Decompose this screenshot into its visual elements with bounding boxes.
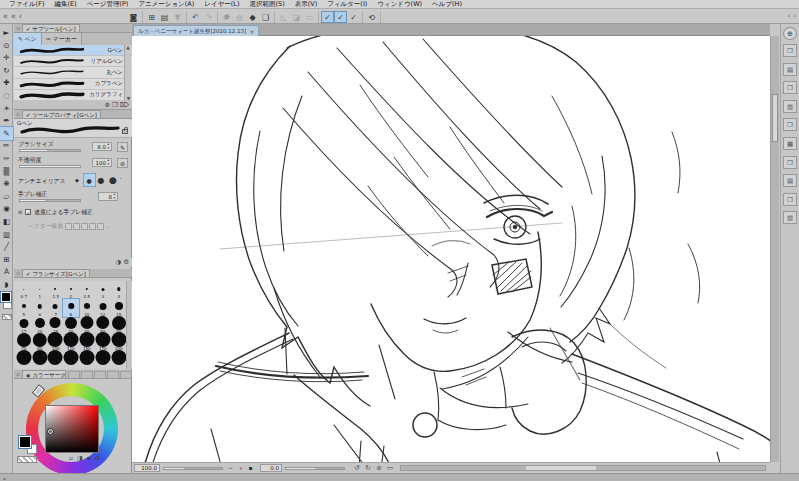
antialias-option-1[interactable]: ● bbox=[84, 174, 95, 186]
transparent-color-swatch[interactable] bbox=[17, 456, 37, 463]
menu-item-4[interactable]: レイヤー(L) bbox=[199, 0, 244, 9]
invert-selection-icon[interactable]: ◆ bbox=[246, 11, 259, 23]
brush-size-cell-row4col1[interactable] bbox=[32, 352, 48, 369]
panel-menu-icon[interactable]: ▫ bbox=[14, 370, 22, 378]
new-file-icon[interactable]: ⊞ bbox=[145, 11, 158, 23]
antialias-option-0[interactable]: ◆ bbox=[72, 174, 83, 186]
tab-tool-property[interactable]: ✐ツールプロパティ[Gペン] bbox=[22, 110, 101, 118]
tab-color-circle[interactable]: ◉カラーサークル bbox=[22, 370, 66, 378]
zoom-out-button[interactable]: − bbox=[226, 464, 235, 472]
tool-blend-icon[interactable]: ◉ bbox=[0, 202, 13, 215]
tool-selection-icon[interactable]: ◌ bbox=[0, 89, 13, 102]
zoom-in-button[interactable]: ＋ bbox=[236, 464, 245, 472]
tool-eyedropper-icon[interactable]: ✒ bbox=[0, 114, 13, 127]
overflow-chevron-icon[interactable]: « bbox=[11, 12, 16, 21]
snap-ruler-icon[interactable]: ✓ bbox=[321, 11, 334, 23]
brush-size-cell-row4col5[interactable] bbox=[95, 352, 111, 369]
panel-menu-icon[interactable]: ▫ bbox=[14, 24, 22, 32]
brush-size-cell-7[interactable]: 7 bbox=[48, 299, 64, 316]
command-bar-overflow[interactable]: ««‹ bbox=[0, 12, 30, 21]
canvas-vertical-scrollbar[interactable] bbox=[770, 36, 779, 462]
rotation-slider[interactable] bbox=[285, 467, 345, 470]
subtool-item-丸ペン[interactable]: 丸ペン bbox=[14, 67, 132, 78]
tab-brush-size[interactable]: ✐ブラシサイズ[Gペン] bbox=[22, 269, 90, 277]
tab-subtool[interactable]: ✐サブツール[ペン] bbox=[22, 24, 80, 32]
menu-item-9[interactable]: ヘルプ(H) bbox=[427, 0, 467, 9]
menu-item-1[interactable]: 編集(E) bbox=[49, 0, 81, 9]
transparent-color-swatch[interactable] bbox=[2, 314, 12, 320]
brush-size-cell-0.7[interactable]: 0.7 bbox=[16, 282, 32, 299]
tool-pen-icon[interactable]: ✎ bbox=[0, 127, 13, 140]
brush-size-cell-10[interactable]: 10 bbox=[79, 299, 95, 316]
special-ruler-icon[interactable]: ◪ bbox=[290, 11, 303, 23]
canvas-area[interactable] bbox=[132, 36, 770, 462]
opacity-dynamics-button[interactable]: ⊘ bbox=[117, 158, 128, 168]
brush-size-cell-row4col6[interactable] bbox=[111, 352, 127, 369]
brush-size-dynamics-button[interactable]: ✎ bbox=[117, 142, 128, 152]
dock-search-button[interactable]: ⊕ bbox=[783, 27, 797, 40]
overflow-chevron-icon[interactable]: « bbox=[3, 12, 8, 21]
reselect-icon[interactable]: ◍ bbox=[233, 11, 246, 23]
tool-airbrush-icon[interactable]: ▒ bbox=[0, 165, 13, 178]
workspace-icon[interactable]: ◙ bbox=[127, 11, 140, 23]
inactive-palette-tab[interactable] bbox=[120, 371, 132, 378]
brush-size-cell-3[interactable]: 3 bbox=[95, 282, 111, 299]
tool-text-icon[interactable]: A bbox=[0, 265, 13, 278]
rotate-cw-icon[interactable]: ↻ bbox=[363, 464, 373, 472]
brush-size-cell-6[interactable]: 6 bbox=[32, 299, 48, 316]
zoom-value[interactable]: 100.0 bbox=[134, 464, 160, 472]
rotation-value[interactable]: 0.0 bbox=[260, 464, 282, 472]
tool-zoom-icon[interactable]: ⊙ bbox=[0, 39, 13, 52]
dock-panel-button-6[interactable]: ▦ bbox=[783, 137, 797, 150]
tool-gradient-icon[interactable]: ▥ bbox=[0, 228, 13, 241]
delete-subtool-icon[interactable]: ⌦ bbox=[120, 101, 129, 110]
tool-pencil-icon[interactable]: ✏ bbox=[0, 139, 13, 152]
snap-special-ruler-icon[interactable]: ✓ bbox=[334, 11, 347, 23]
menu-item-0[interactable]: ファイル(F) bbox=[4, 0, 49, 9]
dock-chevron-icon[interactable]: › bbox=[793, 12, 796, 20]
redo-icon[interactable]: ↷ bbox=[202, 11, 215, 23]
brush-size-cell-17[interactable]: 17 bbox=[16, 317, 32, 334]
subtool-item-カブラペン[interactable]: カブラペン bbox=[14, 79, 132, 90]
brush-size-cell-8[interactable]: 8 bbox=[63, 299, 79, 316]
brush-size-cell-15[interactable]: 15 bbox=[111, 299, 127, 316]
toggle-view-icon[interactable]: ◑ bbox=[116, 258, 122, 267]
tool-hand-icon[interactable]: ✛ bbox=[0, 51, 13, 64]
reset-rotation-icon[interactable]: ⊘ bbox=[374, 464, 384, 472]
scrollbar-thumb[interactable] bbox=[772, 94, 778, 142]
selection-border-icon[interactable]: ❑ bbox=[259, 11, 272, 23]
add-subtool-icon[interactable]: ⊕ bbox=[105, 101, 110, 110]
expand-icon[interactable]: ⊞ bbox=[18, 209, 22, 215]
overflow-chevron-icon[interactable]: ‹ bbox=[19, 12, 22, 21]
brush-size-scrollbar[interactable] bbox=[126, 281, 131, 369]
inactive-palette-tab[interactable] bbox=[68, 371, 80, 378]
panel-menu-icon[interactable]: ▫ bbox=[14, 110, 22, 118]
stabilize-spinner[interactable]: ▴▾ bbox=[112, 192, 117, 201]
detail-settings-icon[interactable]: ⚙ bbox=[123, 258, 129, 267]
menu-item-3[interactable]: アニメーション(A) bbox=[133, 0, 199, 9]
fit-window-icon[interactable]: ▭ bbox=[385, 464, 395, 472]
scrollbar-thumb[interactable] bbox=[526, 466, 596, 470]
dock-panel-button-4[interactable]: ▥ bbox=[783, 100, 797, 113]
dock-panel-button-3[interactable]: ❒ bbox=[783, 81, 797, 94]
dock-panel-button-9[interactable]: ❒ bbox=[783, 193, 797, 206]
inactive-palette-tab[interactable] bbox=[94, 371, 106, 378]
color-value-icon[interactable]: ▪ bbox=[87, 454, 91, 461]
chevron-down-icon[interactable]: ˅ bbox=[120, 177, 123, 183]
subtool-item-カリグラフィ[interactable]: カリグラフィ bbox=[14, 90, 132, 101]
deselect-icon[interactable]: ☼ bbox=[220, 11, 233, 23]
save-icon[interactable]: ▼ bbox=[171, 11, 184, 23]
tab-close-icon[interactable]: × bbox=[249, 28, 254, 35]
inactive-palette-tab[interactable] bbox=[107, 371, 119, 378]
tool-figure-icon[interactable]: ╱ bbox=[0, 240, 13, 253]
brush-size-cell-2.5[interactable]: 2.5 bbox=[79, 282, 95, 299]
dock-panel-button-10[interactable]: ▥ bbox=[783, 211, 797, 224]
brush-size-cell-1[interactable]: 1 bbox=[32, 282, 48, 299]
opacity-slider[interactable] bbox=[19, 165, 81, 168]
stabilize-slider[interactable] bbox=[19, 199, 81, 202]
subtool-item-Gペン[interactable]: Gペン bbox=[14, 45, 132, 56]
brush-size-cell-20[interactable]: 20 bbox=[32, 317, 48, 334]
rotate-ccw-icon[interactable]: ↺ bbox=[352, 464, 362, 472]
subtool-group-マーカー[interactable]: ✑マーカー bbox=[42, 33, 82, 45]
color-settings-icon[interactable]: ⚙ bbox=[95, 454, 100, 461]
